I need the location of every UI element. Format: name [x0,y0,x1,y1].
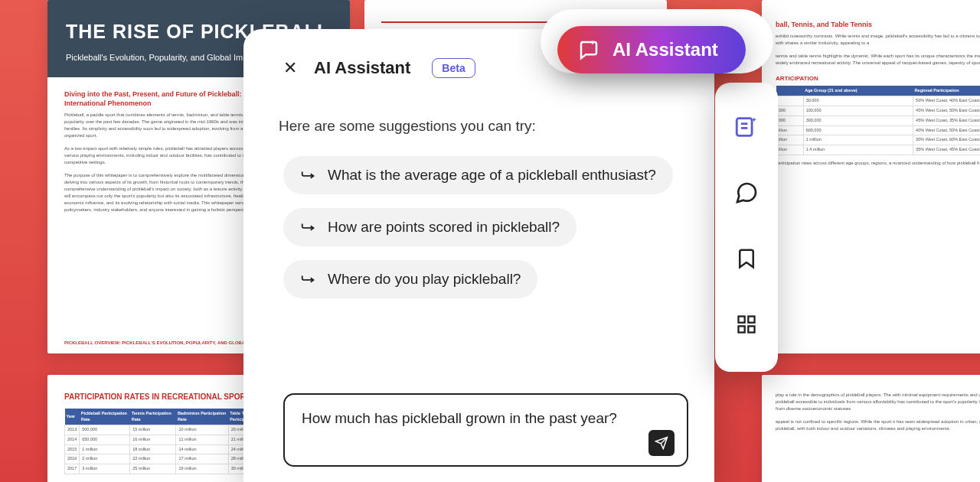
bookmark-tool[interactable] [733,245,760,272]
document-page-5: play a role in the demographics of pickl… [762,375,980,482]
doc3-caption: participation rates across different age… [776,160,980,167]
summary-tool[interactable] [733,113,760,141]
send-button[interactable] [648,430,675,456]
suggestion-text: How are points scored in pickleball? [328,219,560,236]
svg-rect-6 [748,326,754,332]
grid-tool[interactable] [733,311,760,338]
suggestion-item[interactable]: How are points scored in pickleball? [283,208,577,246]
svg-rect-5 [739,326,745,332]
beta-badge: Beta [432,58,475,78]
svg-rect-3 [739,317,745,323]
doc3-table-label: ARTICIPATION [776,74,980,83]
close-button[interactable]: ✕ [283,58,297,78]
doc5-para: appeal is not confined to specific regio… [776,418,980,432]
send-icon [655,436,668,450]
comment-tool[interactable] [733,179,760,207]
doc3-para: tennis and table tennis highlights the d… [776,53,980,67]
reply-arrow-icon [300,219,317,236]
document-page-3: ball, Tennis, and Table Tennis exhibit n… [762,0,980,353]
svg-rect-4 [748,317,754,323]
suggestion-text: Where do you play pickleball? [328,271,521,288]
comment-icon [734,181,759,205]
suggestion-text: What is the average age of a pickleball … [328,167,656,184]
side-toolbar [715,83,778,372]
ai-assistant-panel: ✕ AI Assistant Beta Here are some sugges… [243,29,714,482]
ai-assistant-button[interactable]: AI Assistant [557,26,746,73]
reply-arrow-icon [300,271,317,288]
summary-icon [733,114,760,140]
grid-icon [736,314,757,335]
chat-input-text: How much has pickleball grown in the pas… [302,410,617,426]
bookmark-icon [735,247,758,270]
ai-button-label: AI Assistant [612,39,718,60]
doc5-para: play a role in the demographics of pickl… [776,392,980,412]
doc3-table: Age Group (21 and above)Regional Partici… [776,86,980,155]
suggestion-item[interactable]: What is the average age of a pickleball … [283,156,673,194]
doc3-para: exhibit noteworthy contrasts. While tenn… [776,33,980,47]
suggestions-intro: Here are some suggestions you can try: [279,118,688,135]
chat-input[interactable]: How much has pickleball grown in the pas… [283,393,688,467]
chat-sparkle-icon [577,38,600,61]
reply-arrow-icon [300,167,317,184]
doc3-head: ball, Tennis, and Table Tennis [776,20,980,30]
suggestion-item[interactable]: Where do you play pickleball? [283,260,537,298]
panel-title: AI Assistant [314,58,410,78]
